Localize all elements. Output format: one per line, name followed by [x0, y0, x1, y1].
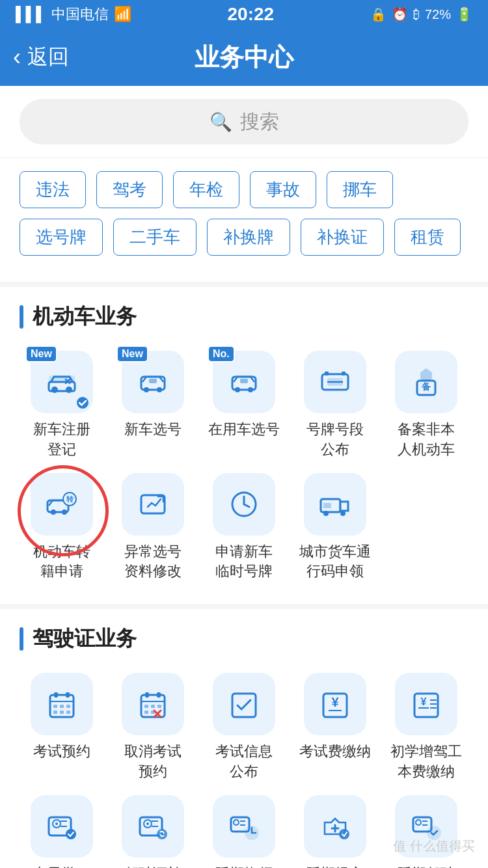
tag-move-car[interactable]: 挪车 [327, 171, 393, 208]
back-button[interactable]: ‹ 返回 [13, 43, 69, 72]
svg-point-3 [66, 387, 72, 393]
tag-accident[interactable]: 事故 [250, 171, 316, 208]
svg-point-7 [157, 387, 162, 392]
new-car-reg-icon: New [31, 351, 93, 413]
lock-icon: 🔒 [370, 7, 386, 22]
cancel-reserve-label: 取消考试预约 [124, 742, 182, 782]
temp-plate-icon [213, 473, 275, 536]
svg-rect-16 [325, 372, 329, 375]
exam-reserve-icon [31, 673, 93, 735]
license-renew-icon [122, 795, 184, 858]
grid-item-used-car-select[interactable]: No. 在用车选号 [202, 351, 286, 460]
tag-used-car[interactable]: 二手车 [113, 219, 197, 256]
motor-section-title: 机动车业务 [20, 303, 468, 331]
search-icon: 🔍 [210, 111, 232, 133]
svg-point-65 [66, 829, 76, 839]
abnormal-select-label: 异常选号资料修改 [124, 542, 182, 582]
grid-item-exam-reserve[interactable]: 考试预约 [20, 673, 104, 782]
svg-rect-48 [144, 711, 148, 714]
tag-replace-plate[interactable]: 补换牌 [207, 219, 290, 256]
motor-section: 机动车业务 New 新车注册登记 [0, 287, 488, 604]
svg-point-62 [55, 822, 58, 825]
grid-item-temp-plate[interactable]: 申请新车临时号牌 [202, 473, 286, 582]
svg-rect-46 [151, 705, 155, 708]
record-car-icon: 备 [395, 351, 457, 413]
search-section: 🔍 搜索 [0, 86, 488, 158]
signal-icon: ▌▌▌ [16, 6, 46, 23]
tag-annual-inspection[interactable]: 年检 [173, 171, 239, 208]
tag-replace-cert[interactable]: 补换证 [301, 219, 384, 256]
svg-rect-39 [60, 711, 64, 714]
svg-rect-45 [144, 705, 148, 708]
delayed-license-icon [213, 795, 275, 858]
svg-point-71 [157, 829, 167, 839]
nav-bar: ‹ 返回 业务中心 [0, 29, 488, 86]
status-left: ▌▌▌ 中国电信 📶 [16, 5, 131, 24]
plate-section-icon [304, 351, 366, 413]
grid-item-initial-fee[interactable]: ¥ 初学增驾工本费缴纳 [384, 673, 468, 782]
svg-rect-17 [342, 372, 346, 375]
battery-icon: 🔋 [456, 7, 472, 22]
exam-fee-icon: ¥ [304, 673, 366, 735]
license-section-title: 驾驶证业务 [20, 625, 468, 653]
abnormal-select-icon [122, 473, 184, 536]
new-car-reg-label: 新车注册登记 [33, 420, 90, 460]
grid-item-delayed-health[interactable]: 延期提交身体证明 [293, 795, 377, 868]
new-badge: New [25, 346, 57, 362]
svg-rect-37 [66, 705, 70, 708]
cancel-reserve-icon [122, 673, 184, 735]
svg-point-2 [51, 387, 58, 393]
svg-rect-8 [149, 379, 157, 383]
search-bar[interactable]: 🔍 搜索 [20, 99, 468, 144]
tag-rental[interactable]: 租赁 [394, 219, 461, 256]
license-section: 驾驶证业务 考试预约 [0, 609, 488, 868]
grid-item-e-learning[interactable]: 电子学习驾驶证明 [20, 795, 104, 868]
exam-fee-label: 考试费缴纳 [299, 742, 371, 762]
transfer-icon: 转 [31, 473, 93, 536]
grid-item-abnormal-select[interactable]: 异常选号资料修改 [111, 473, 195, 582]
watermark: 值 什么值得买 [393, 837, 475, 855]
grid-item-delayed-review[interactable]: 延期驾驶证审验 [384, 795, 468, 868]
status-time: 20:22 [228, 4, 275, 25]
tags-row-2: 选号牌 二手车 补换牌 补换证 租赁 [20, 219, 468, 256]
grid-item-exam-info[interactable]: 考试信息公布 [202, 673, 286, 782]
delayed-health-icon [304, 795, 366, 858]
transfer-wrapper: 转 [31, 473, 93, 536]
grid-item-plate-section[interactable]: 号牌号段公布 [293, 351, 377, 460]
tags-row-1: 违法 驾考 年检 事故 挪车 [20, 171, 468, 208]
grid-item-record-car[interactable]: 备 备案非本人机动车 [384, 351, 468, 460]
grid-item-exam-fee[interactable]: ¥ 考试费缴纳 [293, 673, 377, 782]
license-title-bar [20, 627, 23, 651]
alarm-icon: ⏰ [392, 7, 408, 22]
e-learning-label: 电子学习驾驶证明 [33, 864, 90, 868]
wifi-icon: 📶 [114, 6, 131, 23]
battery: 72% [425, 7, 451, 22]
license-renew-label: 驾驶证补换领 [124, 864, 182, 868]
svg-point-11 [248, 387, 253, 392]
grid-item-license-renew[interactable]: 驾驶证补换领 [111, 795, 195, 868]
grid-item-new-car-select[interactable]: New 新车选号 [111, 351, 195, 460]
new-car-select-label: 新车选号 [124, 420, 182, 440]
new-car-select-icon: New [122, 351, 184, 413]
svg-rect-30 [323, 503, 331, 508]
grid-item-delayed-license[interactable]: 延期换领驾驶证 [202, 795, 286, 868]
status-bar: ▌▌▌ 中国电信 📶 20:22 🔒 ⏰ ₿ 72% 🔋 [0, 0, 488, 29]
grid-item-new-car-reg[interactable]: New 新车注册登记 [20, 351, 104, 460]
exam-reserve-label: 考试预约 [33, 742, 90, 762]
svg-point-4 [77, 397, 88, 409]
bluetooth-icon: ₿ [413, 7, 420, 22]
search-placeholder: 搜索 [240, 109, 279, 135]
tag-plate-select[interactable]: 选号牌 [20, 219, 103, 256]
svg-text:¥: ¥ [421, 696, 427, 707]
new-badge2: New [116, 346, 148, 362]
delayed-health-label: 延期提交身体证明 [306, 864, 364, 868]
grid-item-cancel-reserve[interactable]: 取消考试预约 [111, 673, 195, 782]
status-right: 🔒 ⏰ ₿ 72% 🔋 [370, 7, 472, 22]
tag-driving-exam[interactable]: 驾考 [96, 171, 163, 208]
used-car-select-icon: No. [213, 351, 275, 413]
grid-item-freight[interactable]: 城市货车通行码申领 [293, 473, 377, 582]
transfer-label: 机动车转籍申请 [33, 542, 90, 582]
grid-item-transfer[interactable]: 转 机动车转籍申请 [20, 473, 104, 582]
delayed-license-label: 延期换领驾驶证 [215, 864, 273, 868]
tag-violation[interactable]: 违法 [20, 171, 86, 208]
